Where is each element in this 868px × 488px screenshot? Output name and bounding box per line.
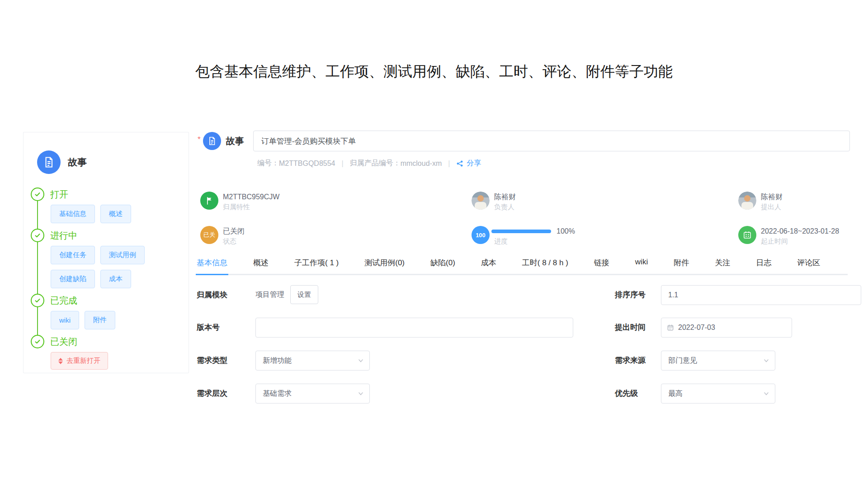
stage-closed-buttons: 去重新打开 [51, 352, 157, 370]
owner-name: 陈裕财 [494, 192, 516, 202]
meta-separator: | [341, 160, 343, 168]
avatar [472, 192, 490, 210]
tab-links[interactable]: 链接 [594, 258, 609, 268]
dates-cell: 2022-06-18~2023-01-28 起止时间 [738, 226, 839, 246]
meta-separator: | [448, 160, 450, 168]
sort-no-label: 排序序号 [615, 285, 646, 305]
reopen-button-label: 去重新打开 [66, 357, 100, 365]
req-type-value: 新增功能 [263, 356, 292, 366]
tab-wiki[interactable]: wiki [635, 258, 648, 268]
proposed-time-field: 2022-07-03 [661, 318, 792, 338]
priority-select[interactable]: 最高 [661, 384, 775, 404]
req-source-select[interactable]: 部门意见 [661, 351, 775, 371]
check-icon [31, 294, 44, 307]
stage-closed-label: 已关闭 [50, 336, 77, 348]
tab-logs[interactable]: 日志 [756, 258, 771, 268]
attachment-button[interactable]: 附件 [85, 311, 115, 329]
story-doc-icon [203, 132, 221, 150]
story-id-value: M2TTBGQD8554 [279, 160, 335, 168]
req-level-field: 基础需求 [255, 384, 370, 404]
stage-closed: 已关闭 [31, 335, 189, 348]
version-field [255, 318, 573, 338]
basic-info-button[interactable]: 基础信息 [51, 205, 95, 223]
wiki-button[interactable]: wiki [51, 311, 79, 329]
version-input[interactable] [255, 318, 573, 338]
feature-cell: M2TTBC959CJW 归属特性 [200, 192, 279, 211]
stage-done-label: 已完成 [50, 295, 77, 307]
proposed-time-picker[interactable]: 2022-07-03 [661, 318, 792, 338]
story-workflow-card: 故事 打开 基础信息 概述 进行中 创 [23, 132, 189, 373]
owner-cell: 陈裕财 负责人 [472, 192, 516, 211]
tab-sub-work-items[interactable]: 子工作项( 1 ) [294, 258, 339, 268]
create-task-button[interactable]: 创建任务 [51, 246, 95, 264]
progress-label: 进度 [494, 236, 575, 246]
req-type-label: 需求类型 [197, 351, 227, 371]
check-icon [31, 188, 44, 201]
story-title-input[interactable] [253, 131, 850, 151]
tab-test-cases[interactable]: 测试用例(0) [364, 258, 405, 268]
flag-icon [200, 192, 218, 210]
version-label: 版本号 [197, 318, 220, 338]
share-label: 分享 [467, 159, 481, 168]
req-type-field: 新增功能 [255, 351, 370, 371]
module-label: 归属模块 [197, 285, 227, 305]
stage-inprogress-buttons: 创建任务 测试用例 创建缺陷 成本 [51, 246, 157, 288]
tab-follow[interactable]: 关注 [715, 258, 730, 268]
progress-percent: 100% [557, 227, 575, 235]
create-defect-button[interactable]: 创建缺陷 [51, 270, 95, 288]
sort-no-field [661, 285, 861, 305]
stage-open-label: 打开 [50, 188, 68, 201]
share-button[interactable]: 分享 [456, 159, 481, 168]
page-title: 包含基本信息维护、工作项、测试用例、缺陷、工时、评论、附件等子功能 [0, 62, 868, 82]
module-settings-button[interactable]: 设置 [290, 285, 318, 304]
tab-overview[interactable]: 概述 [253, 258, 269, 268]
overview-button[interactable]: 概述 [100, 205, 131, 223]
chevron-down-icon [763, 357, 769, 364]
module-value: 项目管理 [255, 290, 284, 300]
req-type-select[interactable]: 新增功能 [255, 351, 370, 371]
progress-badge: 100 [472, 226, 490, 244]
story-type-title: 故事 [68, 156, 87, 169]
req-source-label: 需求来源 [615, 351, 646, 371]
tab-defects[interactable]: 缺陷(0) [430, 258, 455, 268]
stage-open-buttons: 基础信息 概述 [51, 205, 157, 223]
check-icon [31, 335, 44, 348]
tab-comments[interactable]: 评论区 [797, 258, 820, 268]
stage-open: 打开 [31, 188, 189, 201]
req-level-select[interactable]: 基础需求 [255, 384, 370, 404]
story-type-header: 故事 [37, 150, 189, 174]
chevron-down-icon [358, 390, 364, 397]
stage-done-buttons: wiki 附件 [51, 311, 157, 329]
tab-attachments[interactable]: 附件 [674, 258, 689, 268]
status-value: 已关闭 [223, 226, 245, 236]
detail-tabs: 基本信息 概述 子工作项( 1 ) 测试用例(0) 缺陷(0) 成本 工时( 8… [197, 258, 848, 275]
tab-basic-info[interactable]: 基本信息 [197, 258, 227, 268]
proposed-time-value: 2022-07-03 [678, 324, 715, 332]
story-doc-icon [37, 150, 61, 174]
share-icon [456, 160, 463, 167]
timeline-connector [37, 195, 38, 338]
proposed-time-label: 提出时间 [615, 318, 646, 338]
page: 包含基本信息维护、工作项、测试用例、缺陷、工时、评论、附件等子功能 故事 打开 [0, 0, 868, 488]
workflow-timeline: 打开 基础信息 概述 进行中 创建任务 测试用例 创建缺陷 成本 [31, 188, 189, 370]
sort-no-input[interactable] [661, 285, 861, 305]
sort-arrows-icon [58, 358, 63, 364]
reopen-button[interactable]: 去重新打开 [51, 352, 108, 370]
tab-cost[interactable]: 成本 [481, 258, 496, 268]
tab-hours[interactable]: 工时( 8 / 8 h ) [522, 258, 568, 268]
check-icon [31, 229, 44, 242]
cost-button[interactable]: 成本 [100, 270, 131, 288]
req-level-value: 基础需求 [263, 389, 292, 399]
chevron-down-icon [763, 390, 769, 397]
priority-label: 优先级 [615, 384, 638, 404]
proposer-label: 提出人 [761, 202, 783, 211]
required-mark: * [198, 135, 201, 144]
story-meta-row: 编号： M2TTBGQD8554 | 归属产品编号： mmcloud-xm | … [257, 159, 481, 168]
req-level-label: 需求层次 [197, 384, 227, 404]
stage-inprogress: 进行中 [31, 229, 189, 242]
date-range-label: 起止时间 [761, 236, 839, 246]
test-case-button[interactable]: 测试用例 [100, 246, 145, 264]
calendar-icon [738, 226, 756, 244]
stage-done: 已完成 [31, 294, 189, 307]
avatar [738, 192, 756, 210]
